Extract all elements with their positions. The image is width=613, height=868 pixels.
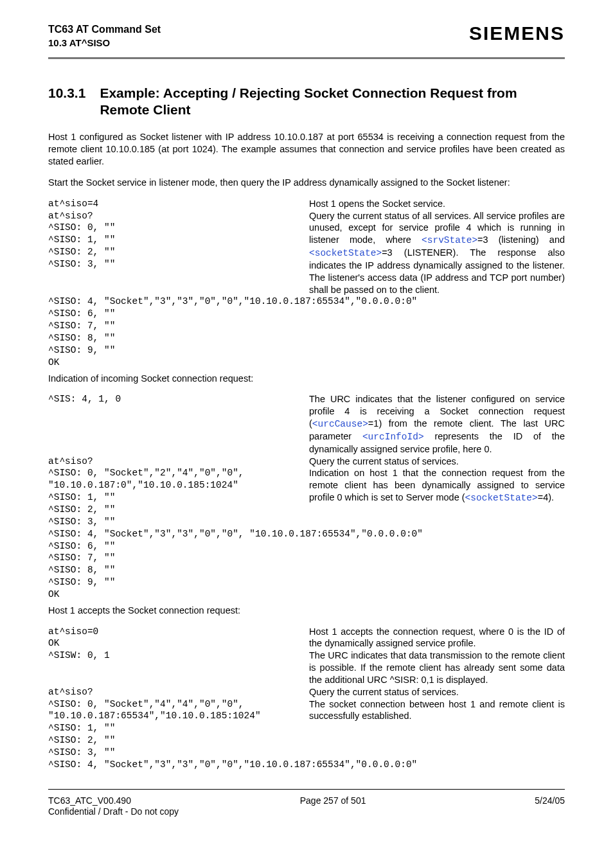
- param-socketstate: <socketState>: [465, 493, 538, 503]
- code-text: at^siso?: [48, 456, 306, 468]
- section-number: 10.3.1: [48, 85, 85, 119]
- code-desc: The URC indicates that data transmission…: [306, 650, 565, 686]
- code-row: ^SISO: 0, "Socket","4","4","0","0", "10.…: [48, 698, 565, 759]
- page-header: TC63 AT Command Set 10.3 AT^SISO SIEMENS: [48, 22, 565, 57]
- code-row: ^SISW: 0, 1 The URC indicates that data …: [48, 650, 565, 686]
- param-urcinfoid: <urcInfoId>: [362, 432, 424, 442]
- code-text: ^SISO: 4, "Socket","3","3","0","0", "10.…: [48, 528, 565, 601]
- code-text: at^siso=0 OK: [48, 626, 306, 650]
- desc-text: =3 (listening) and: [477, 235, 565, 245]
- intro-paragraph-2: Start the Socket service in listener mod…: [48, 177, 565, 189]
- code-desc: The socket connection between host 1 and…: [306, 698, 565, 723]
- code-desc: Indication on host 1 that the connection…: [306, 467, 565, 504]
- code-desc: Host 1 opens the Socket service.: [306, 198, 565, 210]
- code-desc: Query the current status of all services…: [306, 210, 565, 296]
- code-desc: Query the current status of services.: [306, 456, 565, 468]
- footer-center: Page 257 of 501: [300, 795, 366, 806]
- footer-right: 5/24/05: [535, 795, 565, 806]
- desc-text: =4).: [538, 492, 554, 502]
- code-text: ^SISO: 4, "Socket","3","3","0","0","10.1…: [48, 296, 565, 368]
- header-left: TC63 AT Command Set 10.3 AT^SISO: [48, 22, 161, 49]
- doc-subtitle: 10.3 AT^SISO: [48, 37, 161, 49]
- param-urccause: <urcCause>: [312, 419, 368, 429]
- code-text: ^SIS: 4, 1, 0: [48, 393, 306, 405]
- code-row: ^SISO: 0, "Socket","2","4","0","0", "10.…: [48, 467, 565, 527]
- brand-logo: SIEMENS: [469, 22, 565, 44]
- code-row: at^siso=0 OK Host 1 accepts the connecti…: [48, 626, 565, 650]
- code-row: ^SIS: 4, 1, 0 The URC indicates that the…: [48, 393, 565, 455]
- section-title: Example: Accepting / Rejecting Socket Co…: [100, 85, 565, 119]
- code-text: ^SISO: 0, "Socket","2","4","0","0", "10.…: [48, 467, 306, 527]
- code-desc: The URC indicates that the listener conf…: [306, 393, 565, 455]
- code-text: ^SISO: 0, "Socket","4","4","0","0", "10.…: [48, 698, 306, 759]
- code-desc: Host 1 accepts the connection request, w…: [306, 626, 565, 650]
- code-row: at^siso? Query the current status of ser…: [48, 686, 565, 698]
- code-row: at^siso? ^SISO: 0, "" ^SISO: 1, "" ^SISO…: [48, 210, 565, 296]
- param-socketstate: <socketState>: [309, 248, 382, 258]
- code-text: ^SISO: 4, "Socket","3","3","0","0","10.1…: [48, 759, 565, 771]
- code-text: at^siso? ^SISO: 0, "" ^SISO: 1, "" ^SISO…: [48, 210, 306, 270]
- section-heading: 10.3.1 Example: Accepting / Rejecting So…: [48, 85, 565, 119]
- code-desc: Query the current status of services.: [306, 686, 565, 698]
- code-row: at^siso=4 Host 1 opens the Socket servic…: [48, 198, 565, 210]
- footer-left: TC63_ATC_V00.490: [48, 795, 131, 806]
- label-accepts: Host 1 accepts the Socket connection req…: [48, 605, 565, 617]
- header-divider: [48, 57, 565, 59]
- code-text: ^SISW: 0, 1: [48, 650, 306, 662]
- code-text: at^siso=4: [48, 198, 306, 210]
- code-text: at^siso?: [48, 686, 306, 698]
- footer-row: TC63_ATC_V00.490 Page 257 of 501 5/24/05: [48, 795, 565, 806]
- code-row: at^siso? Query the current status of ser…: [48, 456, 565, 468]
- doc-title: TC63 AT Command Set: [48, 22, 161, 37]
- intro-paragraph-1: Host 1 configured as Socket listener wit…: [48, 131, 565, 168]
- param-srvstate: <srvState>: [422, 235, 477, 245]
- footer-confidential: Confidential / Draft - Do not copy: [48, 806, 565, 817]
- page-footer: TC63_ATC_V00.490 Page 257 of 501 5/24/05…: [48, 789, 565, 817]
- label-incoming: Indication of incoming Socket connection…: [48, 373, 565, 385]
